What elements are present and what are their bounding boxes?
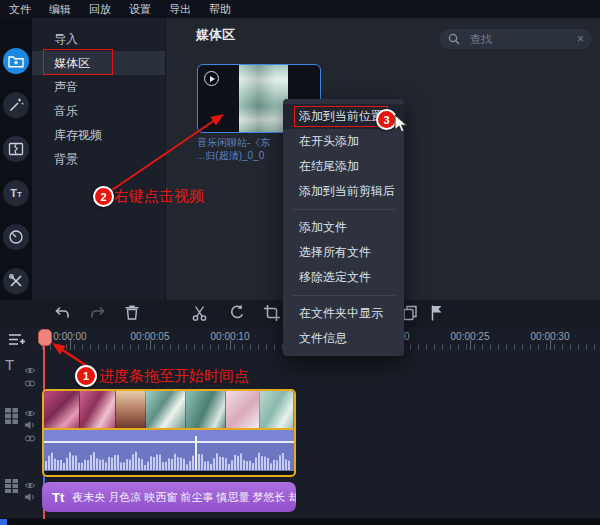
- context-menu-item-label: 在文件夹中显示: [299, 306, 383, 320]
- audio-track-mute-toggle[interactable]: [24, 488, 36, 506]
- import-media-button[interactable]: [3, 48, 29, 74]
- scale-speed-button[interactable]: [3, 224, 29, 250]
- menu-item-settings[interactable]: 设置: [120, 0, 160, 18]
- tool-rail: TT: [0, 18, 32, 300]
- add-track-button[interactable]: [8, 332, 26, 350]
- scrollbar-corner: [0, 519, 7, 525]
- timeline: 0:00:0000:00:0500:00:1000:00:1500:00:200…: [0, 327, 600, 525]
- ruler-label: 0:00:00: [53, 331, 86, 342]
- search-box[interactable]: ×: [439, 29, 592, 49]
- audio-waveform-svg: [44, 436, 290, 470]
- crop-button[interactable]: [262, 303, 282, 323]
- crop-icon: [262, 303, 282, 323]
- context-menu-item[interactable]: 添加文件: [283, 215, 404, 240]
- search-icon: [448, 33, 460, 45]
- menu-item-export[interactable]: 导出: [160, 0, 200, 18]
- playhead-marker[interactable]: [38, 329, 52, 346]
- filters-button[interactable]: [3, 92, 29, 118]
- annotation-step2-badge: 2: [93, 186, 114, 207]
- ruler-label: 00:00:30: [531, 331, 570, 342]
- menu-item-playback[interactable]: 回放: [80, 0, 120, 18]
- mouse-cursor-icon: [394, 114, 408, 133]
- video-clip-selected[interactable]: [42, 389, 296, 477]
- cut-button[interactable]: [190, 303, 210, 323]
- annotation-step1-text: 进度条拖至开始时间点: [99, 367, 249, 386]
- menu-item-help[interactable]: 帮助: [200, 0, 240, 18]
- transition-icon: [8, 142, 24, 156]
- titles-icon: TT: [10, 187, 22, 199]
- audio-track-icon: [4, 478, 19, 498]
- context-menu-item-label: 文件信息: [299, 331, 347, 345]
- context-menu-item[interactable]: 移除选定文件: [283, 265, 404, 290]
- context-menu-item[interactable]: 在结尾添加: [283, 154, 404, 179]
- menu-item-edit[interactable]: 编辑: [40, 0, 80, 18]
- title-clip-icon: Tt: [52, 490, 64, 505]
- title-track-label: T: [5, 356, 14, 373]
- context-menu-item[interactable]: 选择所有文件: [283, 240, 404, 265]
- add-track-icon: [8, 333, 26, 346]
- play-icon[interactable]: [204, 71, 219, 86]
- more-tools-button[interactable]: [3, 268, 29, 294]
- library-item[interactable]: 背景: [32, 147, 165, 171]
- panel-title: 媒体区: [196, 26, 235, 44]
- context-menu-item-label: 在开头添加: [299, 134, 359, 148]
- titles-button[interactable]: TT: [3, 180, 29, 206]
- folder-plus-icon: [8, 54, 24, 68]
- search-input[interactable]: [468, 32, 573, 46]
- library-item[interactable]: 导入: [32, 27, 165, 51]
- video-clip-filmstrip: [44, 391, 294, 428]
- undo-icon: [52, 303, 72, 323]
- tools-wrench-icon: [8, 273, 24, 289]
- context-menu-item[interactable]: 在文件夹中显示: [283, 301, 404, 326]
- audio-clip[interactable]: [44, 430, 294, 471]
- link-icon: [24, 379, 36, 388]
- title-clip[interactable]: Tt 夜未央 月色凉 映西窗 前尘事 慎思量 梦悠长 却总: [42, 482, 296, 512]
- undo-button[interactable]: [52, 303, 72, 323]
- context-menu-item-label: 选择所有文件: [299, 245, 371, 259]
- context-menu-list: 添加到当前位置在开头添加在结尾添加添加到当前剪辑后添加文件选择所有文件移除选定文…: [283, 104, 404, 351]
- link-icon: [24, 434, 36, 443]
- redo-button[interactable]: [88, 303, 108, 323]
- menu-separator: [292, 295, 395, 296]
- context-menu: 添加到当前位置在开头添加在结尾添加添加到当前剪辑后添加文件选择所有文件移除选定文…: [283, 99, 404, 356]
- clear-search-icon[interactable]: ×: [577, 29, 584, 49]
- annotation-step3-box: 添加到当前位置: [294, 106, 388, 127]
- magic-wand-icon: [8, 97, 24, 113]
- annotation-box-media-bin: [43, 49, 113, 75]
- title-clip-text: 夜未央 月色凉 映西窗 前尘事 慎思量 梦悠长 却总: [72, 490, 296, 505]
- delete-button[interactable]: [122, 303, 142, 323]
- title-track-link-toggle[interactable]: [24, 374, 36, 392]
- menu-bar: 文件编辑回放设置导出帮助: [0, 0, 600, 18]
- speaker-icon: [24, 492, 36, 502]
- library-item[interactable]: 库存视频: [32, 123, 165, 147]
- menu-separator: [292, 209, 395, 210]
- context-menu-item-label: 在结尾添加: [299, 159, 359, 173]
- horizontal-scrollbar[interactable]: [0, 518, 600, 525]
- marker-button[interactable]: [427, 303, 447, 323]
- library-item[interactable]: 声音: [32, 75, 165, 99]
- menu-item-file[interactable]: 文件: [0, 0, 40, 18]
- video-editor-window: 文件编辑回放设置导出帮助 TT 导入媒体区声音音乐库存视频背景 媒体区: [0, 0, 600, 525]
- context-menu-item[interactable]: 文件信息: [283, 326, 404, 351]
- annotation-step2-text: 右键点击视频: [114, 187, 204, 206]
- context-menu-item[interactable]: 添加到当前剪辑后: [283, 179, 404, 204]
- video-track-icon: [4, 407, 19, 429]
- rotate-icon: [227, 303, 247, 323]
- transitions-button[interactable]: [3, 136, 29, 162]
- library-item[interactable]: 音乐: [32, 99, 165, 123]
- ruler-label: 00:00:05: [131, 331, 170, 342]
- flag-icon: [427, 303, 447, 323]
- scissors-icon: [190, 303, 210, 323]
- context-menu-item-label: 移除选定文件: [299, 270, 371, 284]
- redo-icon: [88, 303, 108, 323]
- ruler-label: 00:00:10: [211, 331, 250, 342]
- annotation-step1-badge: 1: [75, 365, 97, 387]
- context-menu-item-label: 添加到当前剪辑后: [299, 184, 395, 198]
- rotate-button[interactable]: [227, 303, 247, 323]
- clip-preview-image: [239, 65, 288, 132]
- ruler-label: 00:00:25: [451, 331, 490, 342]
- video-track-link-toggle[interactable]: [24, 429, 36, 447]
- context-menu-item[interactable]: 在开头添加: [283, 129, 404, 154]
- trash-icon: [122, 303, 142, 323]
- context-menu-item-label: 添加文件: [299, 220, 347, 234]
